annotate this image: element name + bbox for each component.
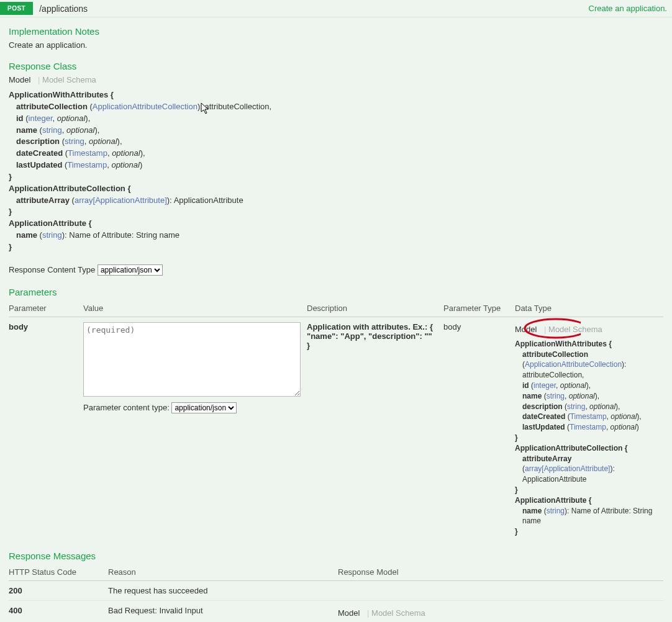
parameter-body-input[interactable] [83,322,301,397]
parameter-name: body [9,322,28,331]
parameter-description: Application with attributes. Ex.: { "nam… [307,322,433,350]
parameter-content-type-label: Parameter content type: [83,403,170,412]
response-content-type-label: Response Content Type [9,265,95,274]
resp-tab-model-schema[interactable]: Model Schema [371,608,430,618]
response-messages-table: HTTP Status Code Reason Response Model 2… [9,565,663,622]
parameter-data-type-model: ApplicationWithAttributes { attributeCol… [515,339,657,537]
tab-model-schema[interactable]: Model Schema [42,75,101,84]
parameters-title: Parameters [9,287,663,297]
response-row-200: 200 The request has succeeded [9,580,663,600]
response-content-type-select[interactable]: application/json [98,264,163,276]
response-row-400: 400 Bad Request: Invalid Input Model | M… [9,600,663,622]
response-class-model: ApplicationWithAttributes { attributeCol… [9,89,663,253]
tab-model[interactable]: Model [9,75,35,84]
response-messages-title: Response Messages [9,551,663,561]
operation-header[interactable]: POST /applications Create an application… [0,0,672,17]
implementation-notes-title: Implementation Notes [9,26,663,37]
http-method-badge: POST [0,2,33,15]
param-tab-model[interactable]: Model [515,325,542,334]
response-class-title: Response Class [9,61,663,71]
parameter-type: body [443,317,515,539]
parameters-table: Parameter Value Description Parameter Ty… [9,301,663,539]
endpoint-path: /applications [39,4,88,14]
operation-summary: Create an application. [589,4,672,13]
implementation-notes-text: Create an application. [9,40,663,50]
resp-tab-model[interactable]: Model [338,608,365,618]
parameter-row-body: body Parameter content type: application… [9,317,663,539]
parameter-content-type-select[interactable]: application/json [171,402,237,413]
param-tab-model-schema[interactable]: Model Schema [548,325,607,334]
